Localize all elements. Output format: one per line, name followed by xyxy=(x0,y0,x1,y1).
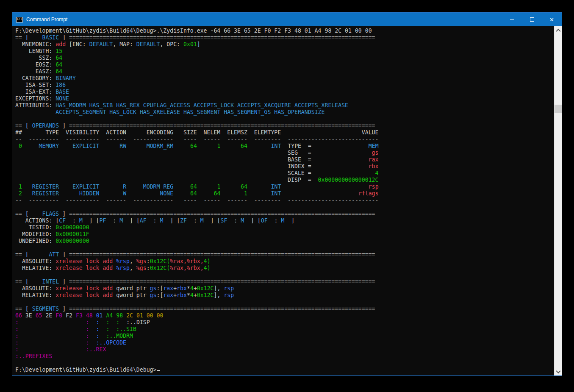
spacer xyxy=(281,129,362,136)
spacer xyxy=(100,190,106,197)
terminal-line: == [ ATT ] =============================… xyxy=(15,251,554,258)
terminal-line: DISP = 0x000000000000012C xyxy=(15,177,554,183)
text-segment: :..REX xyxy=(86,346,106,353)
text-segment: , MAP: xyxy=(113,41,136,47)
text-segment: + xyxy=(173,285,177,292)
scrollbar-thumb[interactable] xyxy=(555,105,562,113)
text-segment: INDEX = xyxy=(288,163,311,170)
spacer xyxy=(220,183,227,190)
maximize-button[interactable] xyxy=(522,13,542,26)
terminal-line: == [ SEGMENTS ] ========================… xyxy=(15,306,554,312)
text-segment: 0 xyxy=(15,143,22,149)
terminal-line: : : : : : :..DISP xyxy=(15,319,554,326)
terminal-line: ATTRIBUTES: HAS_MODRM HAS_SIB HAS_REX CP… xyxy=(15,102,554,109)
text-segment: == [ xyxy=(15,278,32,285)
text-segment: xrelease lock add xyxy=(55,265,116,271)
spacer xyxy=(311,143,369,149)
text-segment: ] xyxy=(59,306,69,312)
terminal-line: F:\Development\GitHub\zydis\Build64\Debu… xyxy=(15,28,554,34)
text-segment: :[ xyxy=(157,285,164,292)
text-segment: : xyxy=(106,217,119,224)
cmd-icon-glyph: C:\ xyxy=(17,17,22,21)
terminal-line: MODIFIED: 0x0000011F xyxy=(15,231,554,238)
text-segment: + xyxy=(194,292,197,298)
text-segment: SCALE = xyxy=(288,170,311,176)
text-segment: 1 xyxy=(15,183,22,190)
spacer xyxy=(22,190,29,197)
terminal-line: F:\Development\GitHub\zydis\Build64\Debu… xyxy=(15,367,554,373)
text-segment: ABSOLUTE: xyxy=(15,285,55,292)
text-segment: %gs xyxy=(136,265,147,271)
spacer xyxy=(15,177,288,183)
text-segment: 1 xyxy=(204,183,221,190)
text-segment xyxy=(93,312,96,319)
text-segment: %rax,%rbx, xyxy=(170,265,203,271)
text-segment: + xyxy=(194,285,197,292)
terminal-line: : : :..OPCODE xyxy=(15,339,554,346)
text-segment: : xyxy=(147,265,150,271)
text-segment: NONE xyxy=(133,190,173,197)
text-segment: 0x0000011F xyxy=(55,231,89,237)
text-segment: F0 xyxy=(55,312,62,319)
text-segment: 64 xyxy=(183,190,197,197)
window-title: Command Prompt xyxy=(26,17,67,22)
spacer xyxy=(19,339,86,346)
text-segment: 65 xyxy=(36,312,42,319)
spacer xyxy=(109,326,116,332)
terminal-line: : : : : :..SIB xyxy=(15,326,554,333)
text-segment: EXPLICIT xyxy=(66,143,99,149)
text-segment: : xyxy=(15,333,19,339)
text-segment: MODIFIED: xyxy=(15,231,55,237)
text-segment: : xyxy=(96,326,100,332)
terminal-line: ABSOLUTE: xrelease lock add qword ptr gs… xyxy=(15,285,554,292)
text-segment: F:\Development\GitHub\zydis\Build64\Debu… xyxy=(15,367,156,373)
text-segment: == [ xyxy=(15,211,32,217)
text-segment: ACTIONS: [ xyxy=(15,217,59,224)
terminal-line xyxy=(15,299,554,306)
terminal-line xyxy=(15,360,554,367)
text-segment: MNEMONIC: xyxy=(15,41,55,47)
text-segment xyxy=(123,312,126,319)
text-segment: RELATIVE: xyxy=(15,292,55,298)
text-segment: NONE xyxy=(55,95,69,102)
text-segment: xrelease lock add xyxy=(55,285,116,292)
text-segment: 0x000000000000012C xyxy=(318,177,379,183)
spacer xyxy=(311,156,369,163)
scroll-up-button[interactable] xyxy=(555,27,562,34)
spacer xyxy=(15,170,288,176)
terminal-line: : : : :..MODRM xyxy=(15,333,554,339)
cmd-icon[interactable]: C:\ xyxy=(16,17,23,22)
terminal-line xyxy=(15,204,554,211)
terminal-line: ACCEPTS_SEGMENT HAS_LOCK HAS_XRELEASE HA… xyxy=(15,109,554,116)
text-segment: MODRM_REG xyxy=(133,183,173,190)
spacer xyxy=(19,333,86,339)
text-segment: OPERANDS xyxy=(32,122,59,129)
text-segment: ] xyxy=(197,41,200,47)
terminal-line xyxy=(15,245,554,251)
spacer xyxy=(15,109,55,115)
text-segment: %gs xyxy=(136,258,147,264)
text-segment: ISA-EXT: xyxy=(15,89,55,95)
close-button[interactable]: ✕ xyxy=(542,13,562,26)
scrollbar[interactable] xyxy=(554,26,562,375)
text-segment: ] xyxy=(59,122,69,129)
text-segment: ZF xyxy=(180,217,187,224)
scroll-down-button[interactable] xyxy=(555,368,562,375)
minimize-button[interactable] xyxy=(502,13,522,26)
text-segment: DEFAULT xyxy=(136,41,160,47)
text-segment: ATTRIBUTES: xyxy=(15,102,55,108)
text-segment: CATEGORY: xyxy=(15,75,55,81)
spacer xyxy=(19,319,86,325)
separator: ========================================… xyxy=(69,34,375,41)
spacer xyxy=(89,319,96,325)
text-segment: 64 xyxy=(227,183,247,190)
text-segment: MEMORY xyxy=(29,143,59,149)
spacer xyxy=(281,183,368,190)
spacer xyxy=(59,190,66,197)
text-segment: 64 xyxy=(55,68,62,75)
terminal-line: LENGTH: 15 xyxy=(15,48,554,55)
text-segment: rsp xyxy=(369,183,379,190)
titlebar[interactable]: C:\ Command Prompt ✕ xyxy=(12,13,562,26)
terminal-line: == [ INTEL ] ===========================… xyxy=(15,278,554,285)
text-segment: ] [ xyxy=(244,217,261,224)
